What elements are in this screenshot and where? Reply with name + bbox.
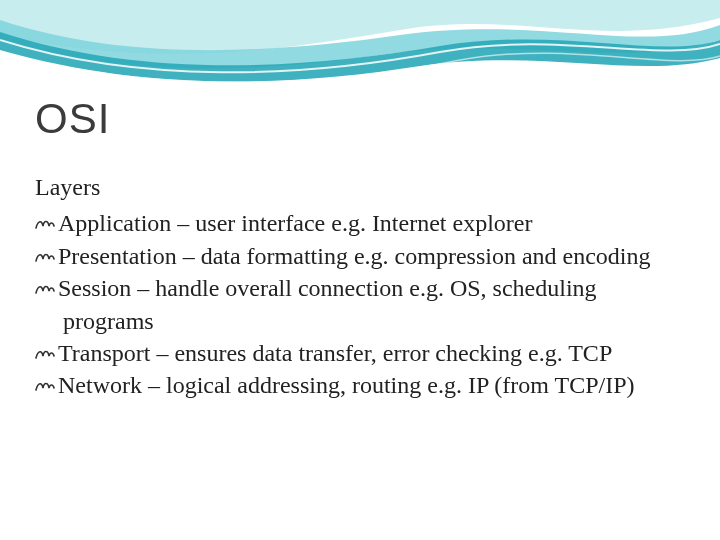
bullet-text: Application – user interface e.g. Intern… [58, 210, 532, 236]
list-item: Session – handle overall connection e.g.… [35, 272, 685, 337]
bullet-icon [35, 276, 55, 301]
bullet-text: Network – logical addressing, routing e.… [58, 372, 635, 398]
list-item: Application – user interface e.g. Intern… [35, 207, 685, 239]
bullet-icon [35, 211, 55, 236]
slide-subhead: Layers [35, 171, 685, 203]
bullet-icon [35, 244, 55, 269]
slide-content: OSI Layers Application – user interface … [35, 95, 685, 402]
list-item: Network – logical addressing, routing e.… [35, 369, 685, 401]
list-item: Transport – ensures data transfer, error… [35, 337, 685, 369]
bullet-list: Application – user interface e.g. Intern… [35, 207, 685, 401]
bullet-icon [35, 373, 55, 398]
bullet-text: Presentation – data formatting e.g. comp… [58, 243, 651, 269]
slide-title: OSI [35, 95, 685, 143]
wave-decoration [0, 0, 720, 100]
bullet-icon [35, 341, 55, 366]
bullet-text: Transport – ensures data transfer, error… [58, 340, 612, 366]
list-item: Presentation – data formatting e.g. comp… [35, 240, 685, 272]
bullet-text: Session – handle overall connection e.g.… [58, 275, 597, 333]
